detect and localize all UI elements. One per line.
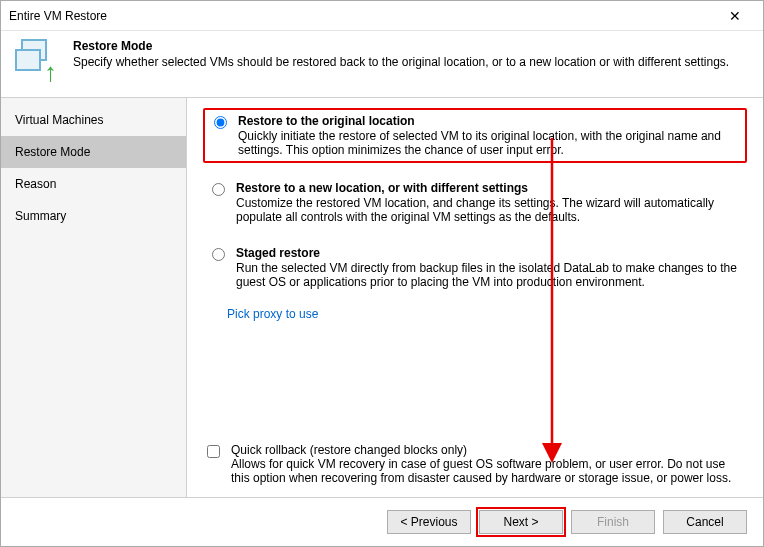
rollback-desc: Allows for quick VM recovery in case of … [231,457,747,485]
header-heading: Restore Mode [73,39,729,53]
radio-restore-original[interactable] [214,116,227,129]
header-text: Restore Mode Specify whether selected VM… [73,39,729,69]
previous-button[interactable]: < Previous [387,510,471,534]
close-icon[interactable]: ✕ [715,8,755,24]
finish-button[interactable]: Finish [571,510,655,534]
cancel-button[interactable]: Cancel [663,510,747,534]
header-description: Specify whether selected VMs should be r… [73,55,729,69]
sidebar-item-virtual-machines[interactable]: Virtual Machines [1,104,186,136]
pick-proxy-link[interactable]: Pick proxy to use [227,307,318,321]
sidebar-item-restore-mode[interactable]: Restore Mode [1,136,186,168]
titlebar: Entire VM Restore ✕ [1,1,763,31]
wizard-header: ↑ Restore Mode Specify whether selected … [1,31,763,97]
sidebar-item-summary[interactable]: Summary [1,200,186,232]
sidebar-item-label: Restore Mode [15,145,90,159]
option-title: Restore to a new location, or with diffe… [236,181,743,195]
quick-rollback-checkbox[interactable] [207,445,220,458]
restore-icon: ↑ [15,39,59,83]
radio-restore-new-location[interactable] [212,183,225,196]
option-restore-new-location[interactable]: Restore to a new location, or with diffe… [203,177,747,228]
rollback-label: Quick rollback (restore changed blocks o… [231,443,747,457]
option-title: Restore to the original location [238,114,741,128]
wizard-window: Entire VM Restore ✕ ↑ Restore Mode Speci… [0,0,764,547]
sidebar-item-label: Virtual Machines [15,113,104,127]
option-title: Staged restore [236,246,743,260]
sidebar-item-label: Reason [15,177,56,191]
option-restore-original[interactable]: Restore to the original location Quickly… [203,108,747,163]
sidebar-item-reason[interactable]: Reason [1,168,186,200]
wizard-body: Virtual Machines Restore Mode Reason Sum… [1,97,763,498]
wizard-footer: < Previous Next > Finish Cancel [1,498,763,546]
quick-rollback-section: Quick rollback (restore changed blocks o… [203,443,747,485]
window-title: Entire VM Restore [9,9,715,23]
sidebar: Virtual Machines Restore Mode Reason Sum… [1,98,187,497]
radio-staged-restore[interactable] [212,248,225,261]
option-desc: Customize the restored VM location, and … [236,196,743,224]
option-desc: Run the selected VM directly from backup… [236,261,743,289]
content-pane: Restore to the original location Quickly… [187,98,763,497]
option-staged-restore[interactable]: Staged restore Run the selected VM direc… [203,242,747,293]
option-desc: Quickly initiate the restore of selected… [238,129,741,157]
next-button[interactable]: Next > [479,510,563,534]
sidebar-item-label: Summary [15,209,66,223]
